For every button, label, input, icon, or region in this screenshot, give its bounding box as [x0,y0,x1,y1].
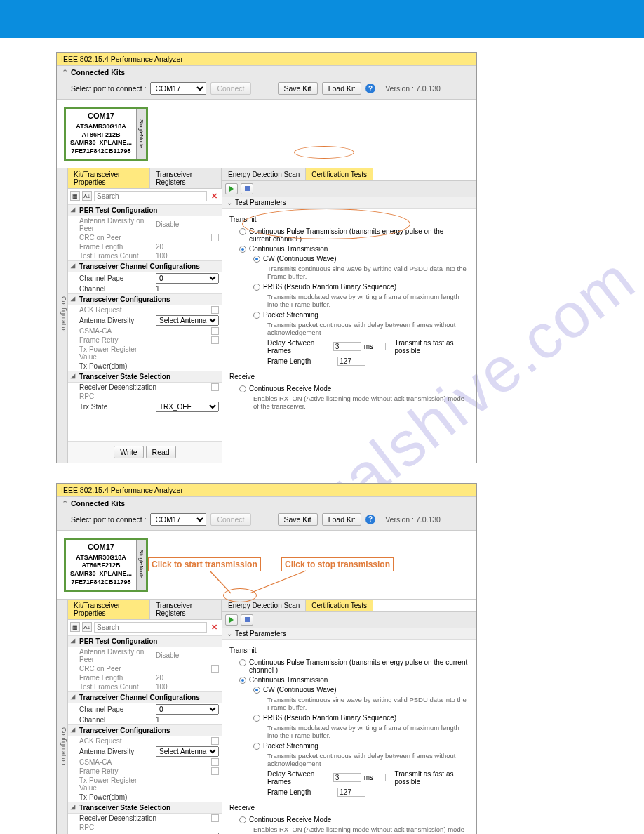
connected-kits-header[interactable]: ⌃ Connected Kits [57,65,476,79]
radio-ct[interactable] [239,246,246,253]
fast-checkbox[interactable] [385,343,392,350]
tab-energy-scan[interactable]: Energy Detection Scan [222,600,306,611]
write-button[interactable]: Write [114,446,143,458]
sort-az-icon[interactable]: A↓ [82,622,92,632]
transmit-section: Transmit [229,647,469,654]
framelen-input[interactable] [337,357,365,366]
connect-button[interactable]: Connect [210,513,250,526]
opt-crm: Continuous Receive Mode [249,816,331,823]
group-state[interactable]: ◢Transceiver State Selection [68,802,222,814]
radio-prbs[interactable] [253,715,260,722]
prop-ant-div: Antenna Diversity [79,317,156,324]
trx-state-select[interactable]: TRX_OFF [156,402,219,412]
prop-rx-desens-cb[interactable] [211,383,219,391]
kit-card[interactable]: COM17 ATSAMR30G18A AT86RF212B SAMR30_XPL… [64,107,148,161]
radio-cw[interactable] [253,256,260,263]
play-icon [229,617,234,623]
group-channel[interactable]: ◢Transceiver Channel Configurations [68,691,222,703]
prop-ant-div-peer: Antenna Diversity on Peer [79,217,156,232]
group-transceiver-cfg[interactable]: ◢Transceiver Configurations [68,293,222,305]
kit-board: SAMR30_XPLAINE... [67,139,135,147]
antenna-diversity-select[interactable]: Select Antenna A1/X2 [156,746,219,757]
search-input[interactable] [94,191,207,201]
tab-transceiver-registers[interactable]: Transceiver Registers [150,600,222,619]
port-select[interactable]: COM17 [150,82,206,95]
tab-certification-tests[interactable]: Certification Tests [306,600,373,611]
prop-txpwr-dbm: Tx Power(dbm) [79,793,156,801]
prop-ack-cb [211,306,219,314]
prbs-desc: Transmits modulated wave by writing a fr… [267,293,469,308]
stop-button[interactable] [241,614,253,626]
left-pane: Kit/Transceiver Properties Transceiver R… [68,600,222,835]
kit-serial: 7FE71F842CB11798 [67,578,135,587]
fast-checkbox[interactable] [385,774,392,781]
prop-channel-val[interactable]: 1 [156,285,219,293]
stop-button[interactable] [241,183,253,194]
delay-input[interactable] [333,773,361,782]
tab-transceiver-registers[interactable]: Transceiver Registers [150,168,222,188]
radio-crm[interactable] [239,816,246,823]
search-input[interactable] [94,622,207,633]
antenna-diversity-select[interactable]: Select Antenna A1/X2 [156,315,219,326]
framelen-input[interactable] [337,788,365,797]
start-button[interactable] [225,183,238,194]
tab-kit-properties[interactable]: Kit/Transceiver Properties [68,600,150,619]
read-button[interactable]: Read [146,446,176,458]
delay-input[interactable] [333,342,361,351]
collapse-icon[interactable]: ⌄ [227,199,232,206]
prop-channel-val[interactable]: 1 [156,716,219,724]
prop-frame-len-val: 20 [156,674,219,682]
save-kit-button[interactable]: Save Kit [278,513,318,526]
tab-kit-properties[interactable]: Kit/Transceiver Properties [68,168,150,188]
load-kit-button[interactable]: Load Kit [322,513,362,526]
top-banner [0,0,644,38]
connected-kits-header[interactable]: ⌃ Connected Kits [57,496,476,510]
radio-ps[interactable] [253,743,260,750]
config-vertical-tab[interactable]: Configuration [57,168,68,463]
clear-search-icon[interactable]: ✕ [209,192,220,200]
group-state[interactable]: ◢Transceiver State Selection [68,371,222,383]
port-row: Select port to connect : COM17 Connect S… [57,79,476,100]
prop-rx-desens-cb[interactable] [211,814,219,822]
help-icon[interactable]: ? [365,515,375,524]
prop-csma-cb [211,327,219,335]
save-kit-button[interactable]: Save Kit [278,82,318,95]
prop-csma: CSMA-CA [79,758,211,766]
start-button[interactable] [225,614,238,626]
radio-cw[interactable] [253,687,260,694]
delay-label: Delay Between Frames [267,770,330,786]
prop-rpc: RPC [79,823,156,831]
radio-ct[interactable] [239,677,246,684]
crm-desc: Enables RX_ON (Active listening mode wit… [253,395,469,410]
select-port-label: Select port to connect : [71,515,146,524]
help-icon[interactable]: ? [365,84,375,93]
channel-page-select[interactable]: 0 [156,704,219,715]
radio-prbs[interactable] [253,284,260,291]
analyzer-window-2: IEEE 802.15.4 Performance Analyzer ⌃ Con… [56,483,477,834]
collapse-icon[interactable]: ⌄ [227,630,232,637]
prop-retry-cb [211,767,219,775]
group-per-test[interactable]: ◢PER Test Configuration [68,204,222,216]
collapse-icon: ⌃ [61,499,68,508]
config-vertical-tab[interactable]: Configuration [57,600,68,835]
channel-page-select[interactable]: 0 [156,273,219,284]
port-select[interactable]: COM17 [150,513,206,526]
connect-button[interactable]: Connect [210,82,250,95]
group-per-test[interactable]: ◢PER Test Configuration [68,635,222,647]
tab-certification-tests[interactable]: Certification Tests [306,168,373,180]
group-transceiver-cfg[interactable]: ◢Transceiver Configurations [68,724,222,736]
radio-cpt[interactable] [239,659,246,666]
prop-channel: Channel [79,285,156,293]
tab-energy-scan[interactable]: Energy Detection Scan [222,168,306,180]
group-channel[interactable]: ◢Transceiver Channel Configurations [68,260,222,272]
radio-crm[interactable] [239,385,246,392]
load-kit-button[interactable]: Load Kit [322,82,362,95]
sort-az-icon[interactable]: A↓ [82,191,92,201]
kit-card[interactable]: COM17 ATSAMR30G18A AT86RF212B SAMR30_XPL… [64,538,148,592]
clear-search-icon[interactable]: ✕ [209,623,220,631]
radio-cpt[interactable] [239,228,246,235]
sort-cat-icon[interactable]: ▦ [70,191,80,201]
prop-frame-len: Frame Length [79,674,156,682]
radio-ps[interactable] [253,312,260,319]
sort-cat-icon[interactable]: ▦ [70,622,80,632]
